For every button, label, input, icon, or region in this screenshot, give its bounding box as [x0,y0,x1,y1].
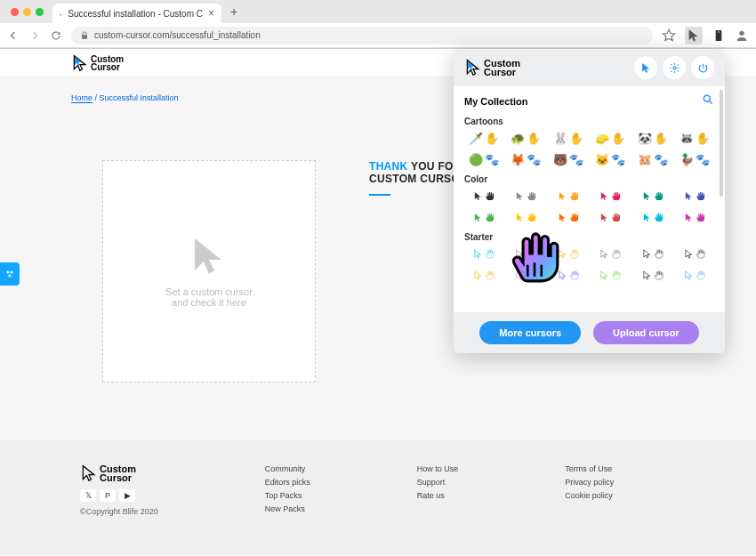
power-button[interactable] [691,56,714,79]
back-button[interactable] [7,29,20,42]
cursor-pack-item[interactable] [591,188,631,204]
window-controls [5,8,49,16]
tab-title: Successful installation - Custom C [68,9,203,19]
footer-link[interactable]: Top Packs [265,491,310,500]
svg-point-3 [7,271,10,274]
footer-link[interactable]: Terms of Use [565,464,614,473]
close-window-icon[interactable] [11,8,19,16]
cursor-pack-item[interactable]: 🐢✋ [507,130,546,146]
browser-chrome: Successful installation - Custom C × + c… [0,0,756,49]
cursor-pack-item[interactable] [549,267,588,283]
search-button[interactable] [702,93,714,109]
cursor-pack-item[interactable] [633,188,672,204]
cursor-pack-item[interactable]: 🟢🐾 [464,151,503,167]
svg-point-2 [739,30,744,35]
custom-cursor-extension-icon[interactable] [685,27,703,44]
cursor-pack-item[interactable] [591,246,631,262]
youtube-icon[interactable]: ▶ [119,489,135,502]
cursor-pack-item[interactable] [464,246,503,262]
cursor-pack-item[interactable]: 🦝✋ [676,130,715,146]
side-share-tab[interactable] [0,262,20,286]
footer-link[interactable]: Rate us [417,491,459,500]
footer-link[interactable]: Support [417,478,459,487]
cursor-pack-item[interactable]: 🐻🐾 [549,151,588,167]
section-cartoons: Cartoons [464,117,714,126]
cursor-pack-item[interactable] [549,209,588,225]
url-input[interactable]: custom-cursor.com/successful_installatio… [71,27,653,44]
extension-icon[interactable] [712,28,726,43]
cursor-pack-item[interactable] [464,209,503,225]
cursor-pack-item[interactable] [633,267,672,283]
cursor-pack-item[interactable] [676,188,715,204]
footer-col-2: How to Use Support Rate us [417,464,459,530]
cursor-pack-item[interactable] [549,246,588,262]
footer-col-3: Terms of Use Privacy policy Cookie polic… [565,464,614,530]
footer-link[interactable]: How to Use [417,464,459,473]
cursor-try-zone[interactable]: Set a custom cursor and check it here [102,160,316,383]
maximize-window-icon[interactable] [36,8,44,16]
site-logo[interactable]: CustomCursor [71,54,124,72]
url-text: custom-cursor.com/successful_installatio… [94,30,261,40]
page-content: CustomCursor Home / Successful Installat… [0,49,756,555]
cursor-pack-item[interactable] [507,209,546,225]
popup-header: CustomCursor [454,49,725,86]
cursor-pack-item[interactable] [676,209,715,225]
breadcrumb-home[interactable]: Home [71,93,92,103]
minimize-window-icon[interactable] [23,8,31,16]
cursor-pack-item[interactable]: 🧽✋ [591,130,631,146]
footer-logo[interactable]: CustomCursor [80,464,158,482]
section-starter: Starter [464,232,714,242]
more-cursors-button[interactable]: More cursors [479,321,581,344]
footer-link[interactable]: Cookie policy [565,491,614,500]
new-tab-button[interactable]: + [225,4,243,19]
svg-point-1 [718,31,719,32]
settings-button[interactable] [663,56,686,79]
tab-close-icon[interactable]: × [208,7,214,20]
cursor-pack-item[interactable]: 🗡️✋ [464,130,503,146]
address-bar: custom-cursor.com/successful_installatio… [0,23,756,48]
cursor-pack-item[interactable] [676,246,715,262]
cursor-pack-item[interactable] [507,267,546,283]
star-icon[interactable] [662,28,676,43]
cursor-pack-item[interactable] [591,209,631,225]
cursor-pack-item[interactable] [464,267,503,283]
tab-bar: Successful installation - Custom C × + [0,0,756,23]
svg-point-7 [704,95,710,101]
cursor-pack-item[interactable] [507,188,546,204]
pinterest-icon[interactable]: P [100,489,116,502]
popup-body: My Collection Cartoons 🗡️✋🐢✋🐰✋🧽✋🐼✋🦝✋ 🟢🐾🦊… [454,86,725,312]
cursor-pack-item[interactable]: 🦆🐾 [676,151,715,167]
upload-cursor-button[interactable]: Upload cursor [593,321,699,344]
cursor-pack-item[interactable]: 🐱🐾 [591,151,631,167]
cursor-pack-item[interactable]: 🐰✋ [549,130,588,146]
cursor-pack-item[interactable] [591,267,631,283]
default-cursor-button[interactable] [634,56,657,79]
breadcrumb-current[interactable]: Successful Installation [100,93,179,102]
svg-point-4 [11,271,13,274]
cursor-pack-item[interactable] [464,188,503,204]
forward-button[interactable] [28,29,41,42]
footer-link[interactable]: New Packs [265,504,310,513]
cursor-pack-item[interactable] [633,209,672,225]
reload-button[interactable] [50,29,62,42]
svg-point-5 [9,275,12,278]
profile-icon[interactable] [735,28,749,43]
browser-tab[interactable]: Successful installation - Custom C × [52,4,221,23]
footer: CustomCursor 𝕏 P ▶ ©Copyright Blife 2020… [0,439,756,555]
cursor-pack-item[interactable] [676,267,715,283]
cursor-pack-item[interactable]: 🐹🐾 [633,151,672,167]
extension-icons [662,27,749,44]
cursor-pack-item[interactable]: 🐼✋ [633,130,672,146]
cursor-pack-item[interactable] [507,246,546,262]
cursor-pack-item[interactable] [633,246,672,262]
cursor-pack-item[interactable]: 🦊🐾 [507,151,546,167]
footer-link[interactable]: Editors picks [265,478,310,487]
footer-link[interactable]: Privacy policy [565,478,614,487]
cursor-placeholder-icon [188,235,230,278]
copyright: ©Copyright Blife 2020 [80,507,158,516]
popup-footer: More cursors Upload cursor [454,312,725,353]
cursor-pack-item[interactable] [549,188,588,204]
footer-link[interactable]: Community [265,464,310,473]
twitter-icon[interactable]: 𝕏 [80,489,96,502]
extension-popup: CustomCursor My Collection Cartoons 🗡️✋🐢… [454,49,725,353]
